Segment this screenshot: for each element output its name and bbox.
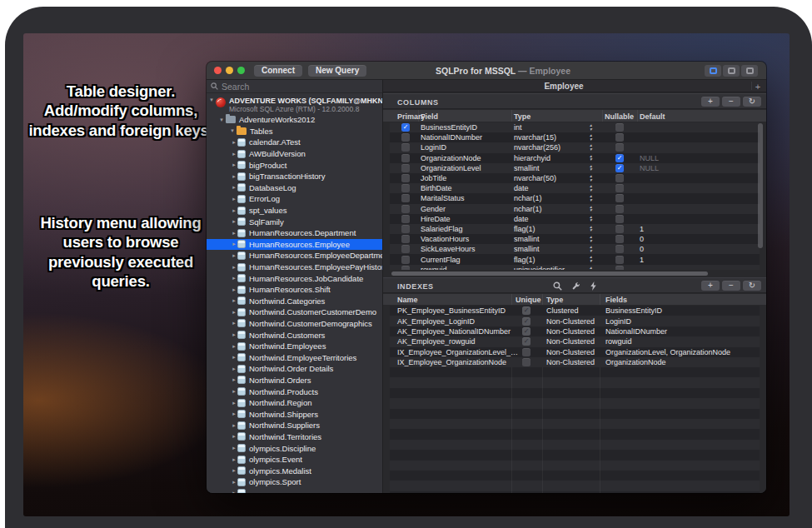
sidebar-table-item[interactable]: ▸ bigTransactionHistory: [207, 171, 382, 182]
sidebar-table-item[interactable]: ▸ Northwind.Region: [207, 397, 382, 409]
column-row[interactable]: VacationHours smallint ▴▾ 0: [390, 234, 760, 244]
index-name-cell[interactable]: IX_Employee_OrganizationLevel_…: [397, 347, 518, 357]
type-cell[interactable]: date: [514, 214, 529, 224]
default-cell[interactable]: 1: [640, 254, 644, 264]
horizontal-scrollbar[interactable]: [383, 270, 766, 276]
type-cell[interactable]: smallint: [514, 234, 540, 244]
column-row[interactable]: OrganizationLevel smallint ▴▾ NULL: [390, 163, 760, 173]
sidebar-table-item[interactable]: ▸ Northwind.Orders: [207, 375, 382, 386]
chevron-right-icon[interactable]: ▸: [231, 241, 237, 247]
nullable-checkbox[interactable]: [615, 225, 624, 233]
sidebar-table-item[interactable]: ▸ AWBuildVersion: [207, 148, 382, 160]
chevron-right-icon[interactable]: ▸: [231, 479, 237, 486]
primary-checkbox[interactable]: [401, 235, 410, 243]
index-name-cell[interactable]: AK_Employee_rowguid: [397, 336, 476, 346]
lightning-icon[interactable]: [590, 281, 597, 291]
nullable-checkbox[interactable]: [615, 123, 624, 132]
default-cell[interactable]: NULL: [640, 153, 659, 163]
field-cell[interactable]: SalariedFlag: [421, 224, 463, 234]
field-cell[interactable]: NationalIDNumber: [421, 132, 482, 142]
type-stepper-icon[interactable]: ▴▾: [590, 143, 592, 151]
index-row[interactable]: AK_Employee_LoginID Non-Clustered LoginI…: [390, 316, 760, 326]
header-field[interactable]: Field: [421, 110, 438, 122]
vertical-scrollbar[interactable]: [758, 123, 763, 248]
type-stepper-icon[interactable]: ▴▾: [590, 245, 592, 252]
chevron-right-icon[interactable]: ▸: [231, 490, 237, 493]
horizontal-scrollbar-thumb[interactable]: [391, 271, 708, 276]
index-fields-cell[interactable]: OrganizationNode: [605, 357, 666, 367]
sidebar-table-item[interactable]: ▸ spt_values: [207, 205, 382, 217]
chevron-right-icon[interactable]: ▸: [231, 456, 237, 463]
type-cell[interactable]: nvarchar(50): [514, 173, 556, 183]
chevron-right-icon[interactable]: ▸: [231, 400, 237, 406]
type-cell[interactable]: flag(1): [514, 224, 536, 234]
sidebar-table-item[interactable]: ▸ Northwind.Territories: [207, 431, 382, 443]
type-stepper-icon[interactable]: ▴▾: [590, 235, 592, 242]
nullable-checkbox[interactable]: [615, 215, 624, 223]
chevron-right-icon[interactable]: ▸: [231, 275, 237, 281]
nullable-checkbox[interactable]: [615, 164, 624, 172]
primary-checkbox[interactable]: [401, 205, 410, 213]
sidebar-table-item[interactable]: ▸ HumanResources.Shift: [207, 284, 382, 296]
chevron-right-icon[interactable]: ▸: [231, 297, 237, 304]
unique-checkbox[interactable]: [522, 348, 531, 356]
connect-button[interactable]: Connect: [254, 65, 302, 77]
field-cell[interactable]: MaritalStatus: [421, 193, 465, 203]
unique-checkbox[interactable]: [522, 327, 531, 336]
primary-checkbox[interactable]: [401, 174, 410, 182]
sidebar-table-item[interactable]: ▸ Northwind.Order Details: [207, 363, 382, 375]
column-row[interactable]: LoginID nvarchar(256) ▴▾: [390, 142, 760, 152]
field-cell[interactable]: BusinessEntityID: [421, 122, 477, 132]
index-name-cell[interactable]: IX_Employee_OrganizationNode: [397, 357, 506, 367]
type-cell[interactable]: smallint: [514, 244, 540, 254]
chevron-right-icon[interactable]: ▸: [231, 207, 237, 214]
refresh-indexes-button[interactable]: ↻: [743, 281, 761, 291]
type-cell[interactable]: int: [514, 122, 522, 132]
chevron-right-icon[interactable]: ▸: [231, 252, 237, 259]
primary-checkbox[interactable]: [401, 133, 410, 142]
default-cell[interactable]: 1: [640, 224, 644, 234]
remove-column-button[interactable]: −: [722, 97, 740, 107]
field-cell[interactable]: Gender: [421, 204, 446, 214]
index-type-cell[interactable]: Non-Clustered: [546, 336, 595, 346]
minimize-button[interactable]: [226, 67, 233, 74]
type-stepper-icon[interactable]: ▴▾: [590, 184, 592, 192]
header-name[interactable]: Name: [397, 294, 418, 306]
chevron-right-icon[interactable]: ▸: [231, 320, 237, 326]
field-cell[interactable]: LoginID: [421, 142, 446, 152]
sidebar-table-item[interactable]: ▸ olympics.Event: [207, 454, 382, 466]
index-fields-cell[interactable]: BusinessEntityID: [605, 306, 662, 316]
column-row-partial[interactable]: rowguid uniqueidentifier ▴▾: [390, 265, 760, 270]
chevron-right-icon[interactable]: ▸: [231, 309, 237, 316]
chevron-right-icon[interactable]: ▸: [231, 354, 237, 361]
sidebar-table-item[interactable]: ▸ ErrorLog: [207, 193, 382, 205]
field-cell[interactable]: BirthDate: [421, 183, 452, 193]
index-type-cell[interactable]: Non-Clustered: [546, 347, 595, 357]
type-stepper-icon[interactable]: ▴▾: [590, 123, 592, 131]
header-index-type[interactable]: Type: [546, 294, 563, 306]
sidebar-table-item[interactable]: ▸ bigProduct: [207, 159, 382, 171]
type-stepper-icon[interactable]: ▴▾: [590, 205, 592, 212]
type-cell[interactable]: smallint: [514, 163, 540, 173]
column-row[interactable]: SalariedFlag flag(1) ▴▾ 1: [390, 224, 760, 234]
primary-checkbox[interactable]: [401, 184, 410, 192]
primary-checkbox[interactable]: [401, 194, 410, 202]
chevron-right-icon[interactable]: ▸: [231, 433, 237, 440]
index-type-cell[interactable]: Non-Clustered: [546, 316, 595, 326]
field-cell[interactable]: JobTitle: [421, 173, 446, 183]
unique-checkbox[interactable]: [522, 337, 531, 346]
type-stepper-icon[interactable]: ▴▾: [590, 225, 592, 232]
nullable-checkbox[interactable]: [615, 143, 624, 152]
index-name-cell[interactable]: AK_Employee_NationalIDNumber: [397, 326, 511, 336]
header-default[interactable]: Default: [640, 110, 665, 122]
add-index-button[interactable]: +: [701, 281, 720, 291]
chevron-right-icon[interactable]: ▸: [231, 264, 237, 271]
chevron-right-icon[interactable]: ▸: [231, 411, 237, 417]
sidebar-table-item[interactable]: ▸ SqlFamily: [207, 216, 382, 227]
sidebar-table-item[interactable]: ▸ Northwind.Shippers: [207, 408, 382, 420]
chevron-right-icon[interactable]: ▸: [231, 196, 237, 202]
primary-checkbox[interactable]: [401, 245, 410, 253]
chevron-right-icon[interactable]: ▸: [231, 184, 237, 191]
column-row[interactable]: CurrentFlag flag(1) ▴▾ 1: [390, 254, 760, 264]
column-row[interactable]: BirthDate date ▴▾: [390, 183, 760, 193]
